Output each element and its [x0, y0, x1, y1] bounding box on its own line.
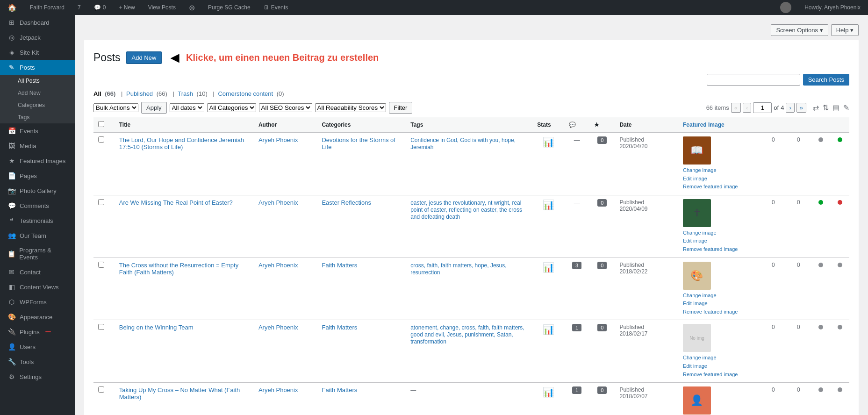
last-page-btn[interactable]: » — [796, 103, 806, 113]
sidebar-item-plugins[interactable]: 🔌 Plugins — [0, 324, 75, 339]
col-header-title[interactable]: Title — [115, 117, 254, 133]
category-link[interactable]: Devotions for the Storms of Life — [322, 136, 395, 150]
col-header-date[interactable]: Date — [615, 117, 678, 133]
category-link[interactable]: Easter Reflections — [322, 199, 371, 206]
admin-bar-howdy[interactable]: Howdy, Aryeh Phoenix — [801, 0, 864, 15]
date-filter-select[interactable]: All dates — [170, 103, 204, 112]
col-header-categories[interactable]: Categories — [317, 117, 406, 133]
col-header-comments[interactable]: 💬 — [564, 117, 589, 133]
post-title-link[interactable]: The Lord, Our Hope and Confidence Jeremi… — [119, 136, 244, 150]
col-icon-1[interactable]: ⇄ — [813, 103, 819, 112]
remove-featured-image-link[interactable]: Remove featured image — [683, 308, 756, 316]
author-link[interactable]: Aryeh Phoenix — [258, 199, 298, 206]
admin-bar-new[interactable]: + New — [115, 0, 138, 15]
readability-filter-select[interactable]: All Readability Scores — [315, 103, 386, 112]
filter-tab-published[interactable]: Published (66) — [126, 90, 169, 97]
submenu-tags[interactable]: Tags — [0, 111, 75, 123]
change-image-link[interactable]: Change image — [683, 354, 756, 362]
col-header-stats[interactable]: Stats — [532, 117, 564, 133]
seo-filter-select[interactable]: All SEO Scores — [259, 103, 312, 112]
admin-bar-site-name[interactable]: Faith Forward — [26, 0, 68, 15]
admin-bar-yoast[interactable]: ⊛ — [185, 0, 199, 15]
sidebar-item-users[interactable]: 👤 Users — [0, 339, 75, 354]
admin-bar-comments[interactable]: 💬 0 — [90, 0, 110, 15]
row-checkbox[interactable] — [98, 324, 104, 330]
edit-image-link[interactable]: Edit image — [683, 362, 756, 371]
category-link[interactable]: Faith Matters — [322, 262, 357, 269]
col-header-star[interactable]: ★ — [589, 117, 615, 133]
apply-button[interactable]: Apply — [141, 102, 167, 114]
sidebar-item-events[interactable]: 📅 Events — [0, 123, 75, 138]
add-new-button[interactable]: Add New — [126, 51, 162, 64]
sidebar-item-programs-events[interactable]: 📋 Programs & Events — [0, 243, 75, 265]
row-checkbox[interactable] — [98, 386, 104, 393]
remove-featured-image-link[interactable]: Remove featured image — [683, 245, 756, 254]
search-posts-button[interactable]: Search Posts — [803, 74, 849, 86]
change-image-link[interactable]: Change image — [683, 166, 756, 175]
category-link[interactable]: Faith Matters — [322, 386, 357, 394]
post-title-link[interactable]: Taking Up My Cross – No Matter What (Fai… — [119, 386, 240, 401]
sidebar-item-dashboard[interactable]: ⊞ Dashboard — [0, 15, 75, 30]
admin-bar-purge-cache[interactable]: Purge SG Cache — [204, 0, 254, 15]
sidebar-item-sitekit[interactable]: ◈ Site Kit — [0, 45, 75, 60]
category-link[interactable]: Faith Matters — [322, 324, 357, 331]
sidebar-item-our-team[interactable]: 👥 Our Team — [0, 228, 75, 243]
admin-bar-updates[interactable]: 7 — [74, 0, 85, 15]
admin-bar-view-posts[interactable]: View Posts — [144, 0, 179, 15]
admin-bar-wp-logo[interactable]: 🏠 — [4, 0, 21, 15]
row-checkbox[interactable] — [98, 136, 104, 143]
sidebar-item-media[interactable]: 🖼 Media — [0, 138, 75, 153]
sidebar-item-content-views[interactable]: ◧ Content Views — [0, 279, 75, 294]
admin-bar-events[interactable]: 🗓 Events — [260, 0, 292, 15]
select-all-checkbox[interactable] — [98, 121, 104, 127]
sidebar-item-appearance[interactable]: 🎨 Appearance — [0, 309, 75, 324]
col-icon-2[interactable]: ⇅ — [823, 103, 829, 112]
post-title-link[interactable]: Are We Missing The Real Point of Easter? — [119, 199, 233, 206]
sidebar-item-wpforms[interactable]: ⬡ WPForms — [0, 294, 75, 309]
current-page-input[interactable] — [753, 102, 772, 113]
submenu-add-new[interactable]: Add New — [0, 87, 75, 99]
change-image-link[interactable]: Change image — [683, 292, 756, 300]
filter-button[interactable]: Filter — [389, 102, 413, 114]
sidebar-item-featured-images[interactable]: ★ Featured Images — [0, 153, 75, 168]
stats-bar[interactable]: 📊 — [543, 137, 554, 147]
row-checkbox[interactable] — [98, 199, 104, 205]
filter-tab-cornerstone[interactable]: Cornerstone content (0) — [218, 90, 286, 97]
change-image-link[interactable]: Change image — [683, 229, 756, 237]
prev-page-btn[interactable]: ‹ — [743, 103, 751, 113]
stats-bar[interactable]: 📊 — [543, 200, 554, 210]
edit-image-link[interactable]: Edit image — [683, 175, 756, 183]
col-icon-4[interactable]: ✎ — [843, 103, 849, 112]
search-input[interactable] — [707, 74, 800, 86]
submenu-all-posts[interactable]: All Posts — [0, 75, 75, 87]
col-header-author[interactable]: Author — [254, 117, 317, 133]
sidebar-item-contact[interactable]: ✉ Contact — [0, 265, 75, 279]
bulk-actions-select[interactable]: Bulk Actions — [93, 103, 138, 112]
col-header-tags[interactable]: Tags — [406, 117, 532, 133]
sidebar-item-comments[interactable]: 💬 Comments — [0, 198, 75, 213]
post-title-link[interactable]: Being on the Winning Team — [119, 324, 194, 331]
col-icon-3[interactable]: ▤ — [832, 103, 839, 112]
stats-bar[interactable]: 📊 — [543, 324, 554, 335]
col-header-featured-image[interactable]: Featured Image — [678, 117, 760, 133]
post-title-link[interactable]: The Cross without the Resurrection = Emp… — [119, 262, 238, 276]
row-checkbox[interactable] — [98, 262, 104, 268]
next-page-btn[interactable]: › — [786, 103, 794, 113]
stats-bar[interactable]: 📊 — [543, 387, 554, 397]
author-link[interactable]: Aryeh Phoenix — [258, 262, 298, 269]
author-link[interactable]: Aryeh Phoenix — [258, 136, 298, 143]
sidebar-item-posts[interactable]: ✎ Posts — [0, 60, 75, 75]
filter-tab-all[interactable]: All (66) — [93, 90, 117, 97]
edit-image-link[interactable]: Edit image — [683, 237, 756, 245]
help-button[interactable]: Help ▾ — [831, 24, 859, 36]
sidebar-item-testimonials[interactable]: ❝ Testimonials — [0, 213, 75, 228]
remove-featured-image-link[interactable]: Remove featured image — [683, 371, 756, 379]
sidebar-item-pages[interactable]: 📄 Pages — [0, 168, 75, 183]
submenu-categories[interactable]: Categories — [0, 99, 75, 111]
filter-tab-trash[interactable]: Trash (10) — [178, 90, 209, 97]
edit-image-link[interactable]: Edit Image — [683, 300, 756, 308]
remove-featured-image-link[interactable]: Remove featured image — [683, 183, 756, 191]
sidebar-item-jetpack[interactable]: ◎ Jetpack — [0, 30, 75, 45]
category-filter-select[interactable]: All Categories — [207, 103, 256, 112]
stats-bar[interactable]: 📊 — [543, 262, 554, 272]
